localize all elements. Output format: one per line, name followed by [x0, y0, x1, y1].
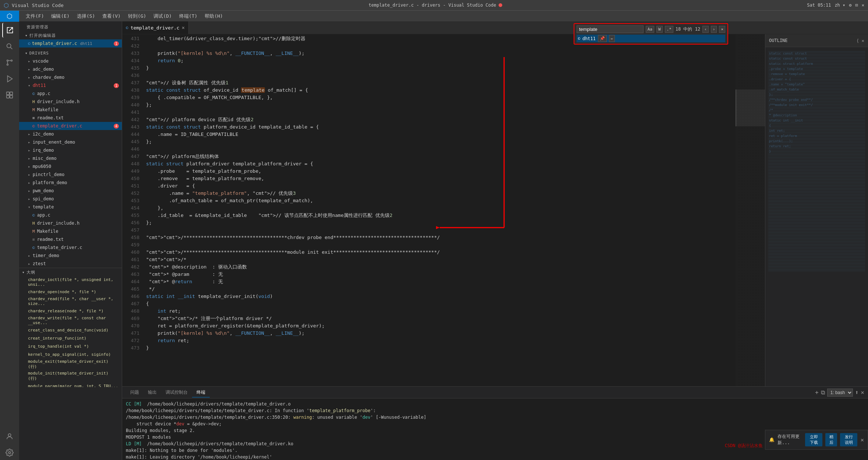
sidebar-item-mpu6050[interactable]: ▸ mpu6050 [19, 162, 122, 171]
terminal-select[interactable]: 1: bash [827, 389, 853, 397]
line-number: 450 [125, 175, 139, 182]
sidebar-item-adc-demo[interactable]: ▸ adc_demo [19, 65, 122, 73]
tab-problems[interactable]: 问题 [126, 388, 144, 397]
activity-debug[interactable] [2, 71, 17, 86]
tab-template-driver[interactable]: © template_driver.c × [122, 21, 189, 34]
menu-view[interactable]: 查看(V) [99, 11, 124, 21]
sidebar-item-template-driver-c2[interactable]: © template_driver.c [19, 243, 122, 252]
folder-icon: ▸ [28, 164, 31, 169]
menu-debug[interactable]: 调试(D) [150, 11, 175, 21]
sidebar-item-driver-include-h[interactable]: H driver_include.h [19, 98, 122, 106]
sidebar-item-makefile[interactable]: M Makefile [19, 106, 122, 114]
right-panel-collapse[interactable]: ⟨ [856, 38, 859, 43]
menu-file[interactable]: 文件(F) [22, 11, 47, 21]
outline-item[interactable]: module_exit(template_driver_exit) (行) [19, 358, 122, 370]
code-content[interactable]: del_timer(&driver_class_dev.timer);"cmt"… [142, 34, 736, 386]
outline-header[interactable]: ▾ 大纲 [19, 268, 122, 277]
outline-item[interactable]: creat_class_and_device_func(void) [19, 326, 122, 334]
sidebar-item-template-driver-c[interactable]: © template_driver.c 4 [19, 122, 122, 130]
close-search-btn[interactable]: × [719, 26, 725, 33]
sidebar-open-editors[interactable]: ▾ 打开的编辑器 [19, 31, 122, 39]
regex-btn[interactable]: .* [665, 26, 673, 33]
outline-item[interactable]: module_param(major_num, int, S_IRU... [19, 382, 122, 387]
sidebar-item-dht11[interactable]: ▾ dht11 1 [19, 81, 122, 89]
close-window-btn[interactable]: ✕ [862, 3, 864, 8]
right-panel-close[interactable]: × [861, 38, 864, 43]
minimize-btn[interactable]: ⚙ [849, 3, 851, 8]
minimap[interactable] [736, 34, 765, 386]
menu-help[interactable]: 帮助(H) [201, 11, 226, 21]
search-result-pin-btn[interactable]: 📌 [598, 35, 607, 42]
sidebar-item-spi[interactable]: ▸ spi_demo [19, 195, 122, 203]
outline-item[interactable]: chardev_ioctl(file *, unsigned int, unsi… [19, 277, 122, 288]
next-match-btn[interactable]: › [711, 26, 717, 33]
prev-match-btn[interactable]: ‹ [702, 26, 709, 33]
activity-settings[interactable] [2, 445, 17, 460]
sidebar-item-template[interactable]: ▾ template [19, 203, 122, 211]
outline-item[interactable]: module_init(template_driver_init) (行) [19, 370, 122, 382]
sidebar-item-template-h[interactable]: H driver_include.h [19, 219, 122, 227]
terminal-maximize-btn[interactable]: ⬆ [855, 389, 859, 396]
sidebar-item-chardev-demo[interactable]: ▸ chardev_demo [19, 73, 122, 81]
sidebar-drivers-header[interactable]: ▾ DRIVERS [19, 49, 122, 57]
tab-terminal[interactable]: 终端 [192, 388, 210, 397]
outline-item[interactable]: chardev_release(node *, file *) [19, 307, 122, 315]
sidebar-item-pwm[interactable]: ▸ pwm_demo [19, 187, 122, 195]
sidebar-item-timer[interactable]: ▸ timer_demo [19, 252, 122, 260]
menu-terminal[interactable]: 终端(T) [176, 11, 201, 21]
sidebar-item-vscode[interactable]: ▸ vscode [19, 57, 122, 65]
activity-git[interactable] [2, 55, 17, 70]
outline-item[interactable]: chardev_write(file *, const char __use..… [19, 315, 122, 326]
activity-extensions[interactable] [2, 88, 17, 102]
sidebar-item-app-c[interactable]: © app.c [19, 89, 122, 98]
sidebar-item-platform[interactable]: ▸ platform_demo [19, 179, 122, 187]
sidebar-item-irq[interactable]: ▸ irq_demo [19, 146, 122, 154]
outline-item[interactable]: chardev_read(file *, char __user *, size… [19, 296, 122, 307]
search-result-edit-btn[interactable]: ✏ [609, 35, 615, 42]
notification-close-btn[interactable]: × [860, 436, 864, 443]
terminal-split-btn[interactable]: ⧉ [821, 389, 825, 396]
search-result-dht11[interactable]: © dht11 📌 ✏ [577, 35, 725, 42]
code-line: .of_match_table = of_match_ptr(template_… [146, 197, 736, 204]
whole-word-btn[interactable]: W [656, 26, 663, 33]
sidebar-open-file[interactable]: © template_driver.c dht11 1 [19, 39, 122, 48]
line-number: 469 [125, 315, 139, 322]
code-line: "cmt">// 设备树 匹配属性 优先级1 [146, 79, 736, 87]
activity-search[interactable] [2, 39, 17, 54]
release-notes-btn[interactable]: 发行说明 [840, 433, 857, 446]
sidebar-item-input[interactable]: ▸ input_enent_demo [19, 138, 122, 146]
sidebar-item-template-app[interactable]: © app.c [19, 211, 122, 219]
outline-item[interactable]: chardev_open(node *, file *) [19, 288, 122, 296]
tab-debug-console[interactable]: 调试控制台 [161, 388, 192, 397]
sidebar-item-ztest[interactable]: ▸ ztest [19, 260, 122, 268]
sidebar-item-pinctrl[interactable]: ▸ pinctrl_demo [19, 171, 122, 179]
activity-explorer[interactable] [2, 23, 17, 38]
folder-icon: ▸ [28, 261, 31, 266]
outline-item[interactable]: creat_interrup_func(int) [19, 334, 122, 342]
update-download-btn[interactable]: 立即下载 [805, 433, 822, 446]
lang-switcher[interactable]: zh ▾ [835, 3, 845, 8]
sidebar-item-readme[interactable]: ≡ readme.txt [19, 114, 122, 122]
outline-item[interactable]: kernel_to_app_signal(int, siginfo) [19, 350, 122, 358]
code-line: .id_table = &template_id_table "cmt">// … [146, 212, 736, 219]
update-later-btn[interactable]: 稍后 [825, 433, 837, 446]
sidebar-item-misc[interactable]: ▸ misc_demo [19, 154, 122, 162]
tab-close-btn[interactable]: × [182, 25, 185, 31]
terminal-add-btn[interactable]: + [815, 389, 819, 396]
outline-item[interactable]: irq_top_handle(int val *) [19, 342, 122, 350]
maximize-btn[interactable]: ⊡ [855, 3, 858, 8]
sidebar-item-i2c[interactable]: ▸ i2c_demo [19, 130, 122, 138]
sidebar-item-template-makefile[interactable]: M Makefile [19, 227, 122, 235]
terminal-close-btn[interactable]: × [861, 389, 864, 396]
activity-account[interactable] [2, 429, 17, 444]
tab-output[interactable]: 输出 [144, 388, 161, 397]
sidebar-item-template-readme[interactable]: ≡ readme.txt [19, 235, 122, 243]
menu-goto[interactable]: 转到(G) [124, 11, 150, 21]
match-case-btn[interactable]: Aa [646, 26, 654, 33]
terminal-line: CC [M] /home/book/licheepi/drivers/templ… [126, 401, 864, 407]
open-file-label: template_driver.c [32, 41, 77, 46]
menu-select[interactable]: 选择(S) [73, 11, 99, 21]
menu-edit[interactable]: 编辑(E) [47, 11, 73, 21]
terminal-content[interactable]: CC [M] /home/book/licheepi/drivers/templ… [122, 398, 868, 460]
search-input[interactable] [577, 25, 644, 33]
